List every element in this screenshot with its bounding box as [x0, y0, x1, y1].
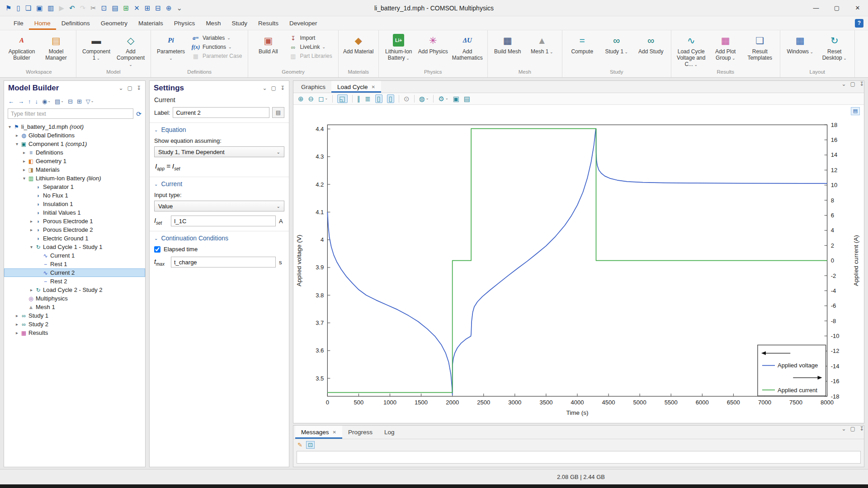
evaluate-icon[interactable]: ⊟	[155, 5, 161, 11]
x-axis-data-icon[interactable]: ∥	[357, 95, 361, 102]
elapsed-time-checkbox[interactable]	[154, 246, 160, 253]
label-input[interactable]	[173, 107, 269, 118]
show-icon[interactable]: ◉⌄	[42, 99, 51, 104]
pin-icon[interactable]: ↧	[280, 85, 285, 91]
expand-icon[interactable]: ▸	[21, 150, 27, 155]
run-icon[interactable]: ▶	[59, 5, 65, 11]
result-templates-button[interactable]: ❏Result Templates	[743, 32, 777, 65]
chevron-down-icon[interactable]: ⌄	[842, 426, 846, 439]
expand-icon[interactable]: ▸	[28, 287, 34, 292]
reset-desktop-button[interactable]: ↻Reset Desktop ⌄	[818, 32, 851, 65]
tree-node-initial-values-1[interactable]: ◗Initial Values 1	[4, 208, 145, 217]
zoom-in-icon[interactable]: ⊕	[298, 95, 304, 102]
filter-input[interactable]	[8, 108, 133, 119]
new-file-icon[interactable]: ▯	[16, 5, 20, 11]
expand-icon[interactable]: ▸	[14, 313, 20, 318]
maximize-button[interactable]: ▢	[826, 0, 847, 16]
zoom-extents-icon[interactable]: ◻⌄	[318, 95, 328, 102]
save-icon[interactable]: ▣	[36, 5, 42, 11]
tree-node-current-2[interactable]: ∿Current 2	[4, 268, 145, 277]
load-cycle-voltage-button[interactable]: ∿Load Cycle Voltage and C... ⌄	[675, 32, 708, 67]
functions-button[interactable]: f(x)Functions⌄	[189, 43, 244, 51]
expand-icon[interactable]: ▸	[14, 330, 20, 335]
tree-node-definitions[interactable]: ▸≡Definitions	[4, 148, 145, 157]
add-mathematics-button[interactable]: ΔUAdd Mathematics	[451, 32, 484, 65]
tree-node-materials[interactable]: ▸◨Materials	[4, 165, 145, 174]
build-mesh-button[interactable]: ▦Build Mesh	[491, 32, 524, 65]
tree-node-results[interactable]: ▸▦Results	[4, 328, 145, 337]
pin-icon[interactable]: ↧	[137, 85, 141, 91]
menu-mesh[interactable]: Mesh	[200, 16, 226, 30]
tree-node-electric-ground-1[interactable]: ◗Electric Ground 1	[4, 234, 145, 243]
expand-icon[interactable]: ▸	[28, 219, 34, 224]
lithium-ion-battery-button[interactable]: Li+Lithium-Ion Battery ⌄	[382, 32, 415, 65]
add-plot-group-button[interactable]: ▦Add Plot Group ⌄	[709, 32, 742, 65]
open-icon[interactable]: ❏	[25, 5, 31, 11]
forward-icon[interactable]: →	[18, 99, 24, 104]
expand-icon[interactable]: ▸	[21, 167, 27, 172]
menu-materials[interactable]: Materials	[133, 16, 169, 30]
menu-home[interactable]: Home	[29, 16, 56, 30]
equation-section-header[interactable]: ⌄ Equation	[154, 126, 284, 133]
back-icon[interactable]: ←	[8, 99, 14, 104]
label-options-button[interactable]: ▤	[272, 107, 284, 118]
tree-node-porous-electrode-1[interactable]: ▸◗Porous Electrode 1	[4, 217, 145, 225]
tree-node-rest-1[interactable]: −Rest 1	[4, 260, 145, 268]
delete-icon[interactable]: ✕	[134, 5, 140, 11]
collapse-icon[interactable]: ▾	[28, 244, 34, 249]
tree-node-load-cycle-2-study-2[interactable]: ▸↻Load Cycle 2 - Study 2	[4, 286, 145, 294]
go-to-default-view-icon[interactable]: ◱	[337, 94, 347, 103]
continuation-section-header[interactable]: ⌄ Continuation Conditions	[154, 235, 284, 242]
expand-icon[interactable]: ▸	[14, 133, 20, 138]
duplicate-icon[interactable]: ⊞	[123, 5, 129, 11]
close-icon[interactable]: ✕	[333, 430, 336, 435]
tree-node-li-battery-1d-mph[interactable]: ▾⚑li_battery_1d.mph (root)	[4, 122, 145, 131]
pin-icon[interactable]: ↧	[859, 81, 864, 93]
menu-definitions[interactable]: Definitions	[56, 16, 95, 30]
graphics-tab-graphics[interactable]: Graphics	[295, 81, 331, 93]
model-manager-save-icon[interactable]: ▥	[47, 5, 54, 11]
load-cycle-chart[interactable]: 4.44.34.24.143.93.83.73.63.5181614121086…	[293, 105, 864, 423]
expand-all-icon[interactable]: ⊞	[77, 99, 82, 104]
detach-icon[interactable]: ▢	[850, 81, 855, 93]
chevron-down-icon[interactable]: ⌄	[263, 85, 267, 91]
messages-tab-messages[interactable]: Messages✕	[295, 426, 342, 439]
detach-icon[interactable]: ▢	[127, 85, 132, 91]
parameters-button[interactable]: PiParameters ⌄	[154, 32, 188, 65]
tree-node-study-1[interactable]: ▸∞Study 1	[4, 311, 145, 320]
first-y-axis-icon[interactable]: ▯	[375, 94, 382, 103]
import-button[interactable]: ↧Import	[287, 34, 334, 42]
comsol-logo[interactable]: ⚑	[5, 5, 11, 11]
collapse-icon[interactable]: ▾	[14, 141, 20, 146]
plot-settings-icon[interactable]: ⚙⌄	[438, 95, 448, 102]
plot-tools-icon[interactable]: ▤	[851, 107, 860, 115]
copy-icon[interactable]: ⊡	[101, 5, 107, 11]
expand-icon[interactable]: ▸	[21, 159, 27, 164]
clear-log-icon[interactable]: ✎	[297, 442, 302, 448]
tree-node-separator-1[interactable]: ◗Separator 1	[4, 183, 145, 191]
second-y-axis-icon[interactable]: ▯	[387, 94, 394, 103]
close-icon[interactable]: ✕	[372, 84, 375, 89]
menu-physics[interactable]: Physics	[169, 16, 201, 30]
tree-node-component-1[interactable]: ▾▣Component 1 (comp1)	[4, 140, 145, 148]
pin-icon[interactable]: ↧	[859, 426, 864, 439]
print-icon[interactable]: ▤	[464, 95, 470, 102]
minimize-button[interactable]: —	[806, 0, 826, 16]
customize-toolbar-icon[interactable]: ⌄	[176, 5, 182, 11]
tree-node-study-2[interactable]: ▸∞Study 2	[4, 320, 145, 328]
zoom-icon[interactable]: ⊕	[166, 5, 172, 11]
tree-node-insulation-1[interactable]: ◗Insulation 1	[4, 200, 145, 208]
close-button[interactable]: ✕	[847, 0, 868, 16]
iset-input[interactable]	[171, 216, 276, 226]
tree-node-load-cycle-1-study-1[interactable]: ▾↻Load Cycle 1 - Study 1	[4, 243, 145, 251]
collapse-icon[interactable]: ▾	[21, 176, 27, 181]
add-physics-button[interactable]: ✳Add Physics	[416, 32, 450, 65]
study-1-button[interactable]: ∞Study 1 ⌄	[600, 32, 633, 65]
collapse-icon[interactable]: ▾	[7, 124, 13, 129]
tree-node-geometry-1[interactable]: ▸◧Geometry 1	[4, 157, 145, 165]
mesh-1-button[interactable]: ▲Mesh 1 ⌄	[525, 32, 559, 65]
variables-button[interactable]: a=Variables⌄	[189, 34, 244, 42]
tree-node-multiphysics[interactable]: ◎Multiphysics	[4, 294, 145, 303]
input-type-select[interactable]: Value ⌄	[154, 201, 284, 211]
add-study-button[interactable]: ∞Add Study	[634, 32, 668, 65]
